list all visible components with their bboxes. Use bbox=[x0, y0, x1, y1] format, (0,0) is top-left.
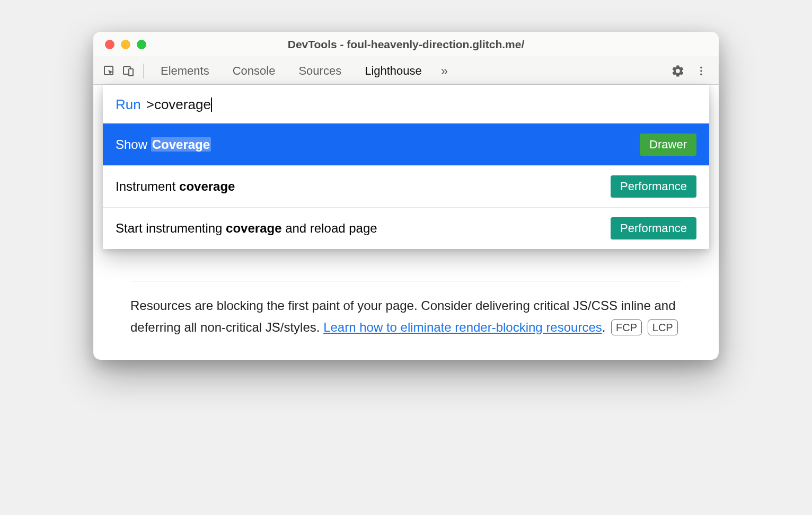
svg-point-4 bbox=[700, 70, 702, 72]
more-options-icon[interactable] bbox=[690, 65, 712, 77]
svg-point-3 bbox=[700, 66, 702, 68]
command-item-badge: Performance bbox=[611, 217, 696, 239]
metric-pill-lcp: LCP bbox=[648, 319, 678, 335]
svg-rect-2 bbox=[129, 69, 133, 76]
zoom-window-button[interactable] bbox=[137, 40, 146, 49]
tab-elements[interactable]: Elements bbox=[149, 57, 221, 85]
audit-description-section: Resources are blocking the first paint o… bbox=[93, 281, 719, 360]
command-item-label: Start instrumenting coverage and reload … bbox=[116, 221, 377, 236]
command-item[interactable]: Show CoverageDrawer bbox=[103, 123, 709, 165]
tab-sources[interactable]: Sources bbox=[287, 57, 353, 85]
tabbar-divider bbox=[143, 64, 144, 78]
tab-lighthouse[interactable]: Lighthouse bbox=[353, 57, 434, 85]
command-item[interactable]: Start instrumenting coverage and reload … bbox=[103, 207, 709, 249]
command-item-label: Instrument coverage bbox=[116, 179, 235, 194]
tabbar: Elements Console Sources Lighthouse » bbox=[93, 57, 719, 85]
inspect-element-icon[interactable] bbox=[100, 61, 119, 81]
command-query: >coverage bbox=[146, 96, 211, 113]
tabs-overflow-button[interactable]: » bbox=[434, 64, 455, 78]
traffic-lights bbox=[93, 40, 146, 49]
command-input-row[interactable]: Run >coverage bbox=[103, 85, 709, 123]
audit-description: Resources are blocking the first paint o… bbox=[130, 295, 682, 339]
minimize-window-button[interactable] bbox=[121, 40, 130, 49]
metric-pill-fcp: FCP bbox=[611, 319, 642, 335]
close-window-button[interactable] bbox=[105, 40, 114, 49]
command-item-label: Show Coverage bbox=[116, 137, 211, 152]
command-prefix: Run bbox=[116, 96, 141, 113]
command-item[interactable]: Instrument coveragePerformance bbox=[103, 165, 709, 207]
settings-icon[interactable] bbox=[666, 64, 690, 78]
command-item-badge: Drawer bbox=[640, 134, 696, 156]
audit-desc-tail: . bbox=[602, 320, 606, 334]
titlebar: DevTools - foul-heavenly-direction.glitc… bbox=[93, 32, 719, 57]
window-title: DevTools - foul-heavenly-direction.glitc… bbox=[93, 38, 719, 51]
svg-point-5 bbox=[700, 73, 702, 75]
command-menu: Run >coverage Show CoverageDrawerInstrum… bbox=[103, 85, 709, 249]
learn-more-link[interactable]: Learn how to eliminate render-blocking r… bbox=[323, 320, 602, 334]
divider bbox=[130, 281, 682, 281]
tab-console[interactable]: Console bbox=[221, 57, 287, 85]
devtools-window: DevTools - foul-heavenly-direction.glitc… bbox=[93, 32, 719, 360]
command-item-badge: Performance bbox=[611, 175, 696, 198]
device-toggle-icon[interactable] bbox=[119, 61, 138, 81]
